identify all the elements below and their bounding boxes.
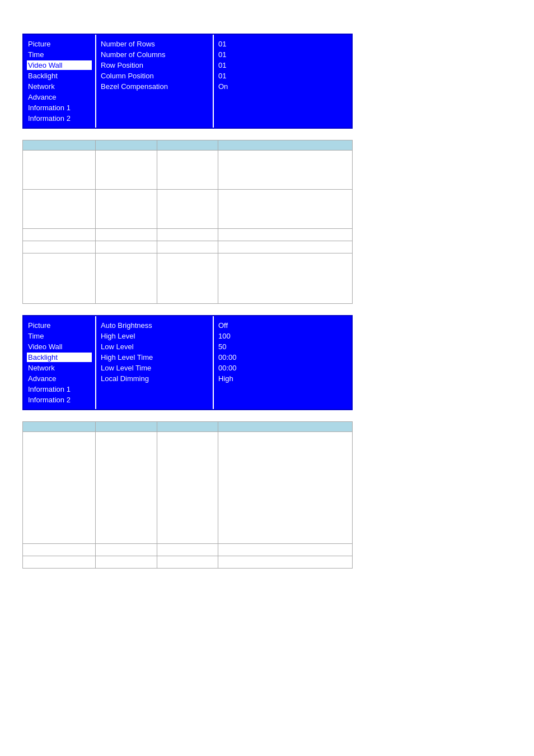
grid-header-cell-1 [23, 140, 96, 151]
grid-cell-4-1 [23, 241, 96, 253]
grid-row-5 [23, 253, 353, 304]
value-col-pos: 01 [217, 71, 348, 81]
grid-row-1 [23, 151, 353, 190]
grid-cell-5-2 [95, 253, 157, 304]
value-low-level: 50 [217, 342, 348, 351]
value-auto-brightness: Off [217, 321, 348, 330]
value-bezel: On [217, 82, 348, 91]
grid2-cell-2-4 [218, 544, 353, 556]
grid-header-cell-2 [95, 140, 157, 151]
menu2-item-info2[interactable]: Information 2 [27, 395, 92, 405]
grid-cell-1-4 [218, 151, 353, 190]
menu2-item-backlight[interactable]: Backlight [27, 353, 92, 362]
grid-cell-4-2 [95, 241, 157, 253]
grid-table-2 [22, 421, 353, 569]
grid-cell-4-4 [218, 241, 353, 253]
value-row-pos: 01 [217, 60, 348, 70]
grid-cell-3-3 [157, 229, 218, 241]
grid2-cell-2-1 [23, 544, 96, 556]
grid2-cell-3-2 [95, 556, 157, 569]
menu-item-picture[interactable]: Picture [27, 39, 92, 49]
grid2-header-cell-3 [157, 422, 218, 432]
grid-cell-5-3 [157, 253, 218, 304]
menu-column-1[interactable]: Picture Time Video Wall Backlight Networ… [24, 35, 96, 128]
grid-cell-5-4 [218, 253, 353, 304]
video-wall-panel: Picture Time Video Wall Backlight Networ… [22, 34, 353, 129]
grid2-header-cell-2 [95, 422, 157, 432]
grid2-header-cell-1 [23, 422, 96, 432]
option-low-level-time[interactable]: Low Level Time [100, 363, 209, 373]
grid-cell-1-2 [95, 151, 157, 190]
grid2-cell-2-2 [95, 544, 157, 556]
grid2-row-2 [23, 544, 353, 556]
menu-item-time[interactable]: Time [27, 50, 92, 59]
grid-table-1 [22, 140, 353, 304]
grid2-cell-3-3 [157, 556, 218, 569]
menu2-item-advance[interactable]: Advance [27, 374, 92, 383]
grid-cell-2-4 [218, 190, 353, 229]
grid2-row-3 [23, 556, 353, 569]
option-high-level[interactable]: High Level [100, 331, 209, 341]
menu-column-2[interactable]: Picture Time Video Wall Backlight Networ… [24, 316, 96, 409]
value-high-level-time: 00:00 [217, 353, 348, 362]
value-low-level-time: 00:00 [217, 363, 348, 373]
menu-item-info2[interactable]: Information 2 [27, 114, 92, 123]
menu2-item-time[interactable]: Time [27, 331, 92, 341]
option-num-cols[interactable]: Number of Columns [100, 50, 209, 59]
grid-header-row-1 [23, 140, 353, 151]
menu-item-videowall[interactable]: Video Wall [27, 60, 92, 70]
menu-item-info1[interactable]: Information 1 [27, 103, 92, 112]
grid-cell-3-1 [23, 229, 96, 241]
grid2-cell-1-4 [218, 432, 353, 544]
grid2-cell-1-2 [95, 432, 157, 544]
grid-row-2 [23, 190, 353, 229]
grid2-cell-1-3 [157, 432, 218, 544]
option-auto-brightness[interactable]: Auto Brightness [100, 321, 209, 330]
grid-row-4 [23, 241, 353, 253]
menu2-item-info1[interactable]: Information 1 [27, 384, 92, 394]
grid-header-cell-3 [157, 140, 218, 151]
option-high-level-time[interactable]: High Level Time [100, 353, 209, 362]
grid-header-cell-4 [218, 140, 353, 151]
menu2-item-network[interactable]: Network [27, 363, 92, 373]
values-column-2: Off 100 50 00:00 00:00 High [214, 316, 352, 409]
menu2-item-picture[interactable]: Picture [27, 321, 92, 330]
option-row-pos[interactable]: Row Position [100, 60, 209, 70]
value-high-level: 100 [217, 331, 348, 341]
value-local-dimming: High [217, 374, 348, 383]
options-column-1: Number of Rows Number of Columns Row Pos… [96, 35, 214, 128]
option-local-dimming[interactable]: Local Dimming [100, 374, 209, 383]
grid-cell-5-1 [23, 253, 96, 304]
grid2-cell-3-4 [218, 556, 353, 569]
backlight-panel: Picture Time Video Wall Backlight Networ… [22, 315, 353, 410]
grid-cell-2-3 [157, 190, 218, 229]
menu2-item-videowall[interactable]: Video Wall [27, 342, 92, 351]
grid2-cell-2-3 [157, 544, 218, 556]
grid2-header-row [23, 422, 353, 432]
option-num-rows[interactable]: Number of Rows [100, 39, 209, 49]
grid2-cell-1-1 [23, 432, 96, 544]
menu-item-advance[interactable]: Advance [27, 92, 92, 102]
grid-cell-3-2 [95, 229, 157, 241]
menu-item-backlight[interactable]: Backlight [27, 71, 92, 81]
options-column-2: Auto Brightness High Level Low Level Hig… [96, 316, 214, 409]
option-low-level[interactable]: Low Level [100, 342, 209, 351]
grid-cell-1-1 [23, 151, 96, 190]
value-num-cols: 01 [217, 50, 348, 59]
values-column-1: 01 01 01 01 On [214, 35, 352, 128]
menu-item-network[interactable]: Network [27, 82, 92, 91]
grid2-cell-3-1 [23, 556, 96, 569]
grid-cell-1-3 [157, 151, 218, 190]
value-num-rows: 01 [217, 39, 348, 49]
grid-cell-2-2 [95, 190, 157, 229]
grid-cell-2-1 [23, 190, 96, 229]
option-col-pos[interactable]: Column Position [100, 71, 209, 81]
grid2-row-1 [23, 432, 353, 544]
grid2-header-cell-4 [218, 422, 353, 432]
grid-row-3 [23, 229, 353, 241]
grid-cell-3-4 [218, 229, 353, 241]
grid-cell-4-3 [157, 241, 218, 253]
option-bezel[interactable]: Bezel Compensation [100, 82, 209, 91]
